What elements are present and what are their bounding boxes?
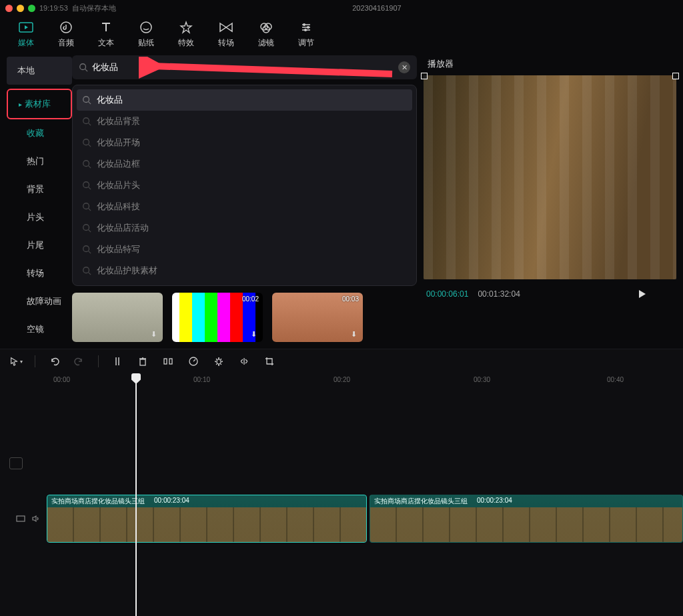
tab-sticker[interactable]: 贴纸 xyxy=(132,20,160,49)
tab-media[interactable]: 媒体 xyxy=(12,20,40,49)
svg-point-11 xyxy=(83,97,89,103)
tab-filter[interactable]: 滤镜 xyxy=(252,20,280,49)
search-icon xyxy=(82,95,91,105)
search-icon xyxy=(82,202,91,211)
sidebar-opener[interactable]: 片头 xyxy=(7,203,72,231)
svg-point-18 xyxy=(83,246,89,252)
sidebar-hot[interactable]: 热门 xyxy=(7,147,72,175)
speed-icon[interactable] xyxy=(187,355,200,368)
timestamp: 19:19:53 xyxy=(39,4,68,12)
search-box[interactable]: ✕ xyxy=(72,55,417,79)
tab-label: 文本 xyxy=(98,37,114,49)
svg-point-14 xyxy=(83,161,89,167)
video-track: 实拍商场商店摆化妆品镜头三组 00:00:23:04 实拍商场商店摆化妆品镜头三… xyxy=(0,495,683,543)
player-title: 播放器 xyxy=(424,55,676,75)
search-icon xyxy=(82,117,91,126)
close-window-icon[interactable] xyxy=(5,5,13,12)
playhead[interactable] xyxy=(135,373,137,616)
ripple-delete-icon[interactable] xyxy=(161,355,175,368)
redo-icon[interactable] xyxy=(73,355,86,368)
sidebar-transition[interactable]: 转场 xyxy=(7,259,72,287)
transition-icon xyxy=(219,20,233,35)
tab-label: 音频 xyxy=(58,37,74,49)
svg-point-12 xyxy=(83,118,89,124)
player-viewport[interactable] xyxy=(424,75,676,279)
split-icon[interactable] xyxy=(111,355,124,368)
svg-rect-22 xyxy=(169,359,172,364)
sidebar-background[interactable]: 背景 xyxy=(7,175,72,203)
titlebar: 19:19:53 自动保存本地 202304161907 xyxy=(0,0,683,16)
track-toggle-icon[interactable] xyxy=(9,457,23,469)
tab-adjust[interactable]: 调节 xyxy=(292,20,320,49)
sidebar-glitch[interactable]: 故障动画 xyxy=(7,287,72,315)
timeline-ruler[interactable]: 00:00 00:10 00:20 00:30 00:40 xyxy=(0,373,683,388)
media-icon xyxy=(19,20,33,35)
search-icon xyxy=(82,138,91,147)
svg-rect-24 xyxy=(17,516,25,521)
media-thumbnails: ⬇ 00:02⬇ 00:03⬇ xyxy=(72,293,417,342)
mirror-icon[interactable] xyxy=(237,355,251,368)
track-visibility-icon[interactable] xyxy=(16,514,25,523)
svg-rect-21 xyxy=(164,359,167,364)
svg-point-13 xyxy=(83,139,89,145)
effects-icon xyxy=(179,20,193,35)
top-tabs: 媒体 音频 文本 贴纸 特效 转场 滤镜 调节 xyxy=(0,16,683,55)
download-icon[interactable]: ⬇ xyxy=(151,330,160,339)
media-thumb[interactable]: 00:03⬇ xyxy=(272,293,363,342)
tab-transition[interactable]: 转场 xyxy=(212,20,240,49)
suggestion-item[interactable]: 化妆品护肤素材 xyxy=(77,260,412,281)
suggestion-item[interactable]: 化妆品店活动 xyxy=(77,217,412,239)
download-icon[interactable]: ⬇ xyxy=(251,330,260,339)
timeline-tracks[interactable]: 实拍商场商店摆化妆品镜头三组 00:00:23:04 实拍商场商店摆化妆品镜头三… xyxy=(0,388,683,616)
tab-label: 调节 xyxy=(298,37,314,49)
search-icon xyxy=(82,181,91,190)
download-icon[interactable]: ⬇ xyxy=(351,330,360,339)
search-input[interactable] xyxy=(92,63,394,73)
timeline-clip[interactable]: 实拍商场商店摆化妆品镜头三组 00:00:23:04 xyxy=(370,495,683,543)
sidebar: 本地 素材库 收藏 热门 背景 片头 片尾 转场 故障动画 空镜 xyxy=(7,55,72,349)
media-thumb[interactable]: 00:02⬇ xyxy=(172,293,263,342)
clear-search-icon[interactable]: ✕ xyxy=(398,61,410,73)
minimize-window-icon[interactable] xyxy=(17,5,24,12)
suggestion-item[interactable]: 化妆品 xyxy=(77,89,412,111)
tab-label: 转场 xyxy=(218,37,234,49)
play-button[interactable] xyxy=(636,289,647,299)
svg-point-2 xyxy=(141,22,151,33)
search-icon xyxy=(82,159,91,169)
ruler-tick: 00:40 xyxy=(607,376,624,383)
suggestion-item[interactable]: 化妆品边框 xyxy=(77,153,412,175)
window-controls xyxy=(5,5,35,12)
delete-icon[interactable] xyxy=(136,355,149,368)
suggestion-item[interactable]: 化妆品背景 xyxy=(77,111,412,132)
sidebar-empty[interactable]: 空镜 xyxy=(7,315,72,343)
sidebar-library[interactable]: 素材库 xyxy=(7,89,72,119)
sidebar-ending[interactable]: 片尾 xyxy=(7,231,72,259)
maximize-window-icon[interactable] xyxy=(28,5,35,12)
undo-icon[interactable] xyxy=(47,355,61,368)
suggestion-item[interactable]: 化妆品片头 xyxy=(77,175,412,196)
timeline-clip[interactable]: 实拍商场商店摆化妆品镜头三组 00:00:23:04 xyxy=(47,495,367,543)
cursor-tool-icon[interactable]: ▾ xyxy=(9,355,23,368)
crop-icon[interactable] xyxy=(263,355,276,368)
filter-icon xyxy=(259,20,273,35)
search-icon xyxy=(79,63,88,72)
rotate-icon[interactable] xyxy=(212,355,225,368)
ruler-tick: 00:20 xyxy=(333,376,350,383)
svg-point-6 xyxy=(303,23,305,26)
tab-label: 特效 xyxy=(178,37,194,49)
track-mute-icon[interactable] xyxy=(31,514,40,523)
media-thumb[interactable]: ⬇ xyxy=(72,293,163,342)
tab-label: 滤镜 xyxy=(258,37,274,49)
search-icon xyxy=(82,223,91,233)
suggestion-item[interactable]: 化妆品开场 xyxy=(77,132,412,153)
tab-text[interactable]: 文本 xyxy=(92,20,120,49)
svg-point-9 xyxy=(80,64,86,70)
tab-effects[interactable]: 特效 xyxy=(172,20,200,49)
player-panel: 播放器 00:00:06:01 00:01:32:04 xyxy=(424,55,676,349)
sidebar-local[interactable]: 本地 xyxy=(7,57,72,85)
suggestion-item[interactable]: 化妆品科技 xyxy=(77,196,412,217)
suggestion-item[interactable]: 化妆品特写 xyxy=(77,239,412,260)
sidebar-favorites[interactable]: 收藏 xyxy=(7,119,72,147)
tab-audio[interactable]: 音频 xyxy=(52,20,80,49)
project-name: 202304161907 xyxy=(120,4,634,12)
